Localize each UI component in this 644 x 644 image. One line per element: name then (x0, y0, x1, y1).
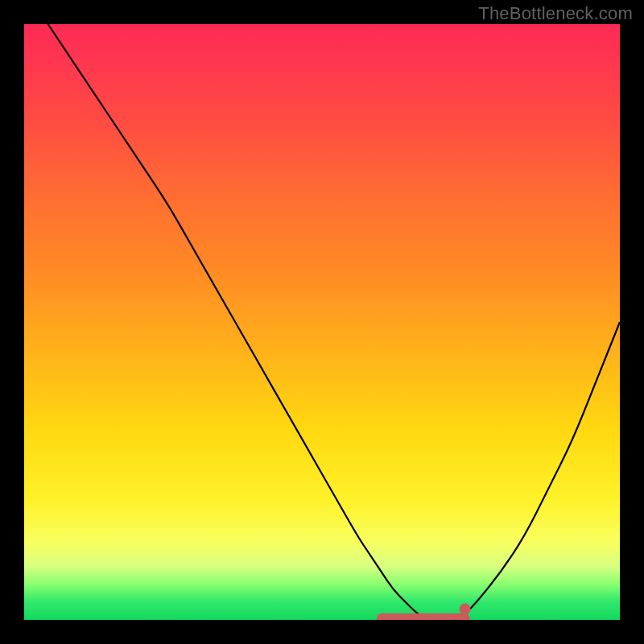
chart-frame (24, 24, 620, 620)
marker-dot (460, 604, 471, 615)
watermark-text: TheBottleneck.com (478, 3, 633, 24)
bottleneck-curve (48, 24, 620, 620)
bottleneck-curve-svg (24, 24, 620, 620)
